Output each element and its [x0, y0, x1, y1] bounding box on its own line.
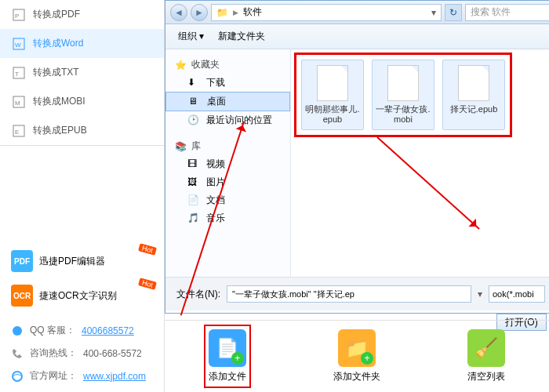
dialog-footer: 文件名(N): ▾ ook(*.mobi 打开(O): [165, 277, 549, 310]
svg-point-11: [13, 372, 22, 381]
document-icon: 📄: [187, 194, 200, 207]
contact-phone: 咨询热线： 400-668-5572: [0, 342, 164, 365]
broom-icon: 🧹: [467, 329, 505, 367]
hot-badge: Hot: [138, 278, 157, 289]
file-open-dialog: ◄ ► 📁 ▶ 软件 ▾ ↻ 搜索 软件 组织 ▾ 新建文件夹: [165, 0, 549, 314]
action-label: 添加文件: [209, 370, 246, 383]
promo-label: 捷速OCR文字识别: [39, 289, 117, 303]
download-icon: ⬇: [187, 77, 200, 89]
add-file-icon: 📄+: [209, 329, 246, 367]
filename-label: 文件名(N):: [176, 288, 220, 301]
refresh-button[interactable]: ↻: [445, 4, 462, 21]
phone-value: 400-668-5572: [83, 348, 142, 359]
file-icon: [458, 65, 489, 101]
sidebar: P 转换成PDF W 转换成Word T 转换成TXT M 转换成MOBI E …: [0, 0, 165, 392]
conversion-menu: P 转换成PDF W 转换成Word T 转换成TXT M 转换成MOBI E …: [0, 0, 164, 146]
epub-icon: E: [13, 125, 25, 137]
promo-label: 迅捷PDF编辑器: [39, 255, 105, 268]
desktop-icon: 🖥: [188, 96, 201, 108]
add-folder-icon: 📁+: [338, 329, 376, 367]
ocr-icon: OCR: [11, 285, 33, 307]
tree-label: 桌面: [207, 95, 226, 108]
menu-item-pdf[interactable]: P 转换成PDF: [0, 0, 164, 29]
menu-label: 转换成EPUB: [33, 124, 87, 137]
word-icon: W: [13, 38, 25, 50]
svg-text:M: M: [15, 100, 20, 107]
tree-item-desktop[interactable]: 🖥 桌面: [165, 92, 290, 111]
new-folder-button[interactable]: 新建文件夹: [218, 30, 265, 43]
nav-tree: ⭐ 收藏夹 ⬇ 下载 🖥 桌面 🕑 最近访问: [165, 49, 291, 277]
svg-point-10: [13, 326, 22, 336]
site-label: 官方网址：: [30, 369, 77, 383]
file-list[interactable]: 明朝那些事儿.epub 一辈子做女孩.mobi 择天记.epub: [291, 49, 549, 277]
tree-item-music[interactable]: 🎵 音乐: [165, 209, 290, 227]
file-item[interactable]: 择天记.epub: [442, 60, 505, 130]
address-bar[interactable]: 📁 ▶ 软件 ▾: [211, 4, 442, 21]
library-icon: 📚: [175, 141, 187, 152]
txt-icon: T: [13, 67, 25, 79]
search-placeholder: 搜索 软件: [471, 5, 511, 19]
organize-button[interactable]: 组织 ▾: [178, 30, 204, 43]
action-label: 添加文件夹: [333, 370, 380, 383]
file-icon: [317, 65, 348, 101]
pdf-icon: P: [13, 9, 25, 21]
tree-favorites[interactable]: ⭐ 收藏夹: [165, 56, 290, 74]
video-icon: 🎞: [187, 158, 200, 171]
qq-icon: [11, 325, 24, 337]
chevron-down-icon[interactable]: ▾: [431, 7, 436, 18]
search-input[interactable]: 搜索 软件: [465, 4, 549, 21]
tree-libraries[interactable]: 📚 库: [165, 137, 290, 155]
mobi-icon: M: [13, 96, 25, 108]
file-type-combo[interactable]: ook(*.mobi: [489, 285, 545, 303]
clear-list-button[interactable]: 🧹 清空列表: [467, 329, 505, 383]
file-item[interactable]: 一辈子做女孩.mobi: [372, 60, 434, 130]
qq-link[interactable]: 4006685572: [82, 325, 134, 336]
tree-label: 最近访问的位置: [206, 114, 272, 127]
svg-text:T: T: [15, 71, 19, 78]
plus-icon: +: [231, 352, 244, 365]
tree-item-recent[interactable]: 🕑 最近访问的位置: [165, 111, 290, 129]
filename-input[interactable]: [227, 285, 471, 303]
star-icon: ⭐: [175, 60, 187, 71]
menu-item-word[interactable]: W 转换成Word: [0, 29, 164, 58]
tree-label: 音乐: [206, 212, 225, 225]
menu-label: 转换成TXT: [33, 66, 79, 79]
menu-item-mobi[interactable]: M 转换成MOBI: [0, 87, 164, 116]
dialog-toolbar: 组织 ▾ 新建文件夹: [165, 24, 549, 49]
nav-forward-button[interactable]: ►: [191, 4, 208, 21]
ie-icon: [11, 370, 24, 383]
tree-item-videos[interactable]: 🎞 视频: [165, 155, 290, 173]
file-item[interactable]: 明朝那些事儿.epub: [301, 60, 364, 130]
action-label: 清空列表: [467, 370, 505, 383]
highlight-box: 明朝那些事儿.epub 一辈子做女孩.mobi 择天记.epub: [294, 53, 512, 137]
menu-item-epub[interactable]: E 转换成EPUB: [0, 116, 164, 145]
promo-pdf-editor[interactable]: PDF 迅捷PDF编辑器 Hot: [0, 244, 164, 278]
nav-back-button[interactable]: ◄: [170, 4, 187, 21]
site-link[interactable]: www.xjpdf.com: [83, 371, 146, 382]
menu-label: 转换成MOBI: [33, 95, 85, 108]
music-icon: 🎵: [187, 212, 200, 225]
chevron-down-icon[interactable]: ▾: [478, 289, 482, 299]
svg-text:P: P: [15, 13, 19, 20]
promo-ocr[interactable]: OCR 捷速OCR文字识别 Hot: [0, 278, 164, 313]
recent-icon: 🕑: [187, 114, 200, 127]
bottom-toolbar: 📄+ 添加文件 📁+ 添加文件夹 🧹 清空列表: [165, 320, 549, 392]
contact-site: 官方网址： www.xjpdf.com: [0, 365, 164, 387]
folder-icon: 📁: [216, 7, 228, 18]
phone-label: 咨询热线：: [30, 347, 77, 360]
svg-text:E: E: [15, 129, 19, 136]
tree-item-downloads[interactable]: ⬇ 下载: [165, 74, 290, 92]
menu-item-txt[interactable]: T 转换成TXT: [0, 58, 164, 87]
plus-icon: +: [361, 352, 373, 365]
menu-label: 转换成Word: [33, 37, 83, 50]
file-name: 一辈子做女孩.mobi: [376, 104, 431, 125]
file-icon: [387, 65, 419, 101]
tree-label: 下载: [206, 76, 225, 89]
tree-item-pictures[interactable]: 🖼 图片: [165, 173, 290, 191]
add-file-button[interactable]: 📄+ 添加文件: [209, 329, 246, 383]
breadcrumb-folder[interactable]: 软件: [243, 5, 262, 19]
tree-label: 收藏夹: [191, 58, 220, 71]
add-folder-button[interactable]: 📁+ 添加文件夹: [333, 329, 380, 383]
phone-icon: [11, 347, 24, 360]
tree-item-documents[interactable]: 📄 文档: [165, 191, 290, 209]
